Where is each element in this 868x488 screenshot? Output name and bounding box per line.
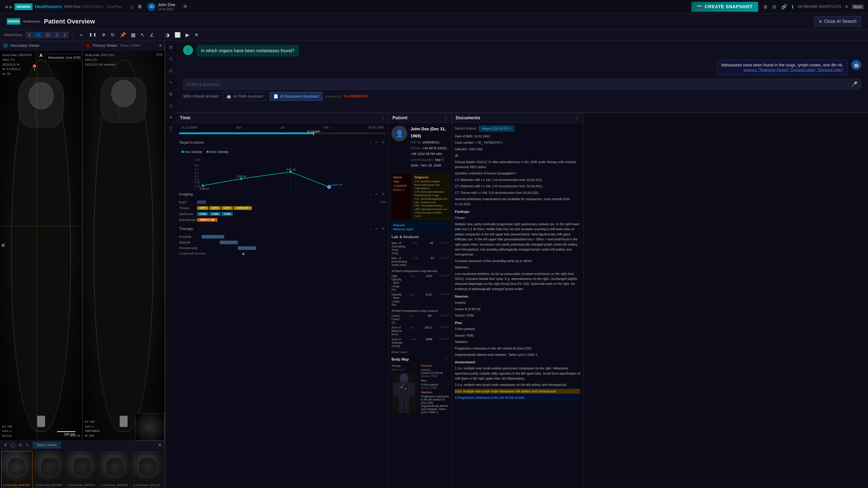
primary-ct-viewer[interactable]: CT4 Study Date: 20471115 SINA_FU 2022011…	[83, 51, 164, 441]
main-layout: 2 Secondary Viewer ⤢ 2] Thorax 5.0 Br32 …	[0, 41, 868, 488]
refresh-icon[interactable]: ↺	[3, 442, 8, 449]
lab-name-aorta-desc: Max. of Descending Aorta (mm)	[392, 256, 407, 267]
mode-btn-11[interactable]: 11	[43, 32, 53, 38]
mode-btn-2[interactable]: 2	[26, 32, 33, 38]
document-content: Date of Birth: 24.01.1942 Case number: <…	[455, 134, 580, 400]
panel-icon-6[interactable]: ⊙	[167, 102, 174, 110]
close-ai-search-button[interactable]: ✕ Close AI Search	[814, 16, 861, 27]
primary-close-icon[interactable]: ✕	[159, 43, 162, 48]
left-section: 2 Secondary Viewer ⤢ 2] Thorax 5.0 Br32 …	[0, 41, 165, 488]
tl-close-icon[interactable]: ✕	[381, 139, 386, 146]
adjust-icon[interactable]: ⬆⬇	[88, 31, 98, 39]
window-icon[interactable]: ⬜	[174, 31, 182, 39]
phone-row: Phone: +49 9876 54322 +49 1234 56789 wif…	[410, 145, 449, 157]
link-icon[interactable]: 🔗	[780, 3, 788, 10]
layout-2-icon[interactable]: ▦	[130, 31, 136, 39]
crosshair-icon[interactable]: ✛	[101, 31, 107, 39]
ai-comp-label: AI-Rad Companion Lung Lesions	[392, 309, 449, 313]
doc-pins-count: 3 Pins present	[455, 326, 580, 331]
th-down[interactable]: ↓	[369, 225, 373, 232]
panel-icon-7[interactable]: ✦	[167, 113, 174, 122]
close-viewer-icon[interactable]: ✕	[193, 31, 199, 39]
create-snapshot-button[interactable]: 📷 CREATE SNAPSHOT	[691, 2, 758, 12]
minus-icon[interactable]: ⊖	[18, 442, 23, 449]
cursor-icon[interactable]: ↖	[140, 31, 146, 39]
thumbnail-strip-header: ↺ ◯ ⊖ ∿ Select series ✕	[0, 441, 164, 450]
pin-icon[interactable]: 📌	[119, 31, 127, 39]
ct4-label: CT4	[156, 53, 162, 57]
ai-answer-sources[interactable]: sources: "Radiology Report" "Doctoral Le…	[744, 68, 843, 72]
rotate-icon[interactable]: ↻	[110, 31, 116, 39]
info-icon[interactable]: ℹ	[791, 3, 795, 10]
pemetrexed-label: Pemetrexed	[179, 246, 202, 250]
thumbnail-item-1[interactable]: 1 Study Date: 20471016 Thorax 5.0 Br57 3	[99, 451, 130, 488]
body-map-menu[interactable]: ⋮	[444, 357, 449, 362]
doc-skeleton-deg: Degeneratively altered axial skeleton. T…	[455, 352, 580, 357]
tl-down-icon[interactable]: ↓	[369, 139, 373, 146]
viewer-mode-buttons: 2 21 11 1 1	[26, 32, 68, 38]
tl-expand-icon[interactable]: ⤢	[374, 139, 379, 146]
settings-icon[interactable]: ⚙	[136, 3, 143, 11]
panel-icon-t[interactable]: T	[168, 125, 174, 133]
layout-icon[interactable]: ⊞	[763, 3, 768, 10]
thumbnail-item-4[interactable]: 4 Study Date: 20461320 Thorax 5.0 B13.2	[1, 451, 33, 488]
th-expand[interactable]: ⤢	[374, 225, 379, 232]
lab-val-aorta-asc: 43	[417, 241, 433, 255]
time-panel-menu[interactable]: ⋮	[380, 115, 385, 121]
play-icon[interactable]: ▶	[185, 31, 190, 39]
lab-name-lesion-count: Lesion Count (#)	[392, 314, 400, 324]
panel-icon-3[interactable]: ◎	[167, 66, 174, 74]
timeline-bar	[179, 132, 386, 134]
answer-option-fhir[interactable]: 🤖 AI FHIR Assistant	[223, 92, 267, 101]
patient-panel-menu[interactable]: ⋮	[444, 115, 448, 121]
lesions-legend: Lesions Lesion B (0.99 ml) Source: PDM	[421, 368, 449, 378]
keyboard-shortcuts-label[interactable]: KEYBOARD SHORTCUTS	[798, 5, 841, 9]
close-strip-icon[interactable]: ✕	[158, 442, 162, 448]
menu-icon[interactable]: ≡	[844, 3, 849, 10]
circle-icon[interactable]: ◯	[10, 442, 16, 449]
tl-up-icon[interactable]: ↑	[363, 139, 367, 146]
doc-assessment-title: Assessment:	[455, 359, 580, 365]
last-encounter-row: Last encounter: Sep 7, 2048 - Nov 28, 20…	[410, 157, 449, 168]
doc-label: AI Document Assistant	[280, 94, 319, 99]
panel-icon-1[interactable]: ⊞	[167, 43, 174, 51]
thumb-series-0: Thorax naht: 5.0 Br57 3	[133, 487, 162, 488]
nav-back-icon[interactable]: ◀	[4, 4, 8, 9]
panel-icon-5[interactable]: ⊕	[167, 90, 174, 98]
filter-icon[interactable]: ⊟	[772, 3, 777, 10]
eye-icon[interactable]: 👁	[182, 3, 189, 11]
doc-assessment-4: 4.Progressive metastasis in the 4th rib …	[455, 395, 580, 400]
home-icon[interactable]: ⌂	[129, 3, 134, 11]
thumbnail-item-2[interactable]: 2 Study Date: 20470724 Thorax 5.0 Br57 3	[67, 451, 98, 488]
documents-panel-menu[interactable]: ⋮	[575, 115, 579, 121]
report-badge-active[interactable]: Report (29.03.47) ×	[479, 126, 515, 131]
th-close[interactable]: ✕	[381, 225, 386, 232]
thumbnail-item-3[interactable]: 3 Study Date: 20470929 Thorax 5.0 Br57 3	[34, 451, 65, 488]
mic-icon[interactable]: 🎤	[851, 81, 857, 87]
documents-panel-title: Documents	[456, 115, 480, 121]
mode-btn-1a[interactable]: 1	[54, 32, 61, 38]
svg-rect-17	[405, 400, 408, 413]
viewer-bar: ViewerSync 2 21 11 1 1 ＋ ⬆⬇ ✛ ↻ 📌 ▦ ↖ ∠ …	[0, 29, 868, 41]
mode-btn-21[interactable]: 21	[34, 32, 43, 38]
thumbnail-item-0[interactable]: 0 Study Date: 20471115 Thorax naht: 5.0 …	[132, 451, 163, 488]
nav-forward-icon[interactable]: ▶	[9, 4, 13, 9]
angle-icon[interactable]: ∠	[149, 31, 155, 39]
th-up[interactable]: ↑	[363, 225, 367, 232]
secondary-ct-viewer[interactable]: 📍 Metastasis: (ma 2/30) A R Study Date: …	[0, 51, 83, 441]
select-report-bar: Select Report Report (29.03.47) ×	[455, 126, 580, 131]
select-series-button[interactable]: Select series	[33, 442, 60, 448]
doc-prelim: Several preliminary examinations are ava…	[455, 197, 580, 207]
mini-secondary-viewer[interactable]	[135, 414, 164, 441]
thumb-scan-2	[73, 457, 92, 477]
mode-btn-1b[interactable]: 1	[61, 32, 68, 38]
chat-input[interactable]	[187, 82, 848, 87]
contrast-icon[interactable]: ◑	[164, 31, 170, 39]
panel-icon-2[interactable]: ⊙	[167, 55, 174, 63]
plus-icon[interactable]: ＋	[78, 31, 85, 39]
secondary-viewer-label: Secondary Viewer	[10, 43, 40, 48]
wave-icon[interactable]: ∿	[25, 442, 30, 449]
panel-icon-4[interactable]: ∿	[167, 78, 174, 86]
answer-option-doc[interactable]: 📄 AI Document Assistant	[270, 92, 322, 101]
report-close-icon[interactable]: ×	[509, 127, 512, 130]
